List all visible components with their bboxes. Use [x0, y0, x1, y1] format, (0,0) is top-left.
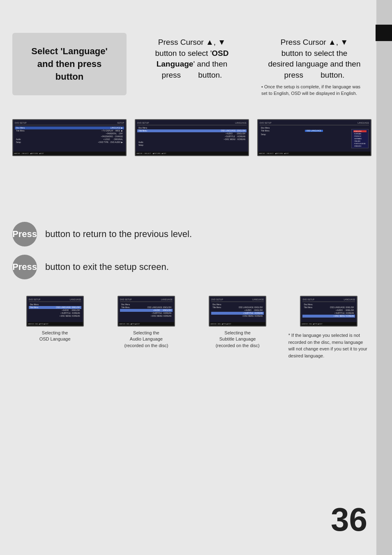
- step2-text: Press Cursor ▲, ▼button to select 'OSDLa…: [139, 37, 245, 81]
- caption-subtitle: Selecting theSubtitle Language(recorded …: [216, 330, 260, 349]
- lang-list-screen: DVD SETUP LANGUAGE Disc Menu Title Menu …: [257, 119, 371, 156]
- bs-row-disc-sub: Disc Menu: [211, 303, 264, 306]
- screen2-container: DVD SETUP LANGUAGE Disc Menu Title MenuO…: [135, 119, 249, 156]
- lang-opt-italian: ITALIAN: [353, 140, 367, 142]
- screen1-container: DVD SETUP SETUP Disc MenuLANGUAGE ▶ Titl…: [12, 119, 127, 156]
- lang-opt-french: FRENCH: [353, 135, 367, 137]
- step2-content: Press Cursor ▲, ▼button to select 'OSDLa…: [135, 33, 249, 90]
- bs-row-audio-sub: • AUDIO : ENGLISH: [211, 309, 264, 312]
- bs-header-sub: DVD SETUP LANGUAGE: [211, 298, 264, 302]
- lang-opt-spanish: SPANISH: [353, 145, 367, 147]
- bs-row-disc2-sub: • DISC MENU: KOREAN: [211, 315, 264, 318]
- bs-row-disc2-hl: • DISC MENU: KOREAN: [302, 315, 355, 318]
- step3-box: Press Cursor ▲, ▼button to select thedes…: [257, 33, 371, 101]
- step1-text: Select 'Language'and then pressbutton: [31, 45, 107, 83]
- press-exit-text: button to exit the setup screen.: [45, 262, 169, 272]
- bs-bar-disc: ⊕MOVE □SEL ◀RTN ■EXIT: [301, 322, 357, 326]
- bs-row-disc2-audio: • DISC MENU: KOREAN: [120, 315, 173, 318]
- bs-row-audio-hl: • AUDIO : ENGLISH: [120, 309, 173, 312]
- bottom-screen-subtitle: DVD SETUP LANGUAGE Disc Menu Title MenuO…: [209, 296, 266, 327]
- bottom-bar-2: ⊕MOVE □SELECT ◀RETURN ■EXIT: [136, 152, 248, 155]
- lang-opt-german: GERMAN: [353, 138, 367, 140]
- bs-row-sub-osd: • SUBTITLE : KOREAN: [29, 312, 81, 315]
- bottom-note: * If the language you selected is not re…: [286, 330, 371, 361]
- osd-row-sub: • SUBTITLE : KOREAN: [137, 135, 247, 138]
- press-exit-label: Press: [12, 262, 37, 272]
- bottom-col-subtitle: DVD SETUP LANGUAGE Disc Menu Title MenuO…: [195, 296, 280, 349]
- top-section: Select 'Language'and then pressbutton Pr…: [12, 33, 371, 101]
- press-return-circle: Press: [12, 222, 37, 246]
- bs-bar-sub: ⊕MOVE □SEL ◀RTN ■EXIT: [210, 322, 265, 326]
- step3-content: Press Cursor ▲, ▼button to select thedes…: [257, 33, 371, 101]
- bottom-screen-audio: DVD SETUP LANGUAGE Disc Menu Title MenuO…: [118, 296, 175, 327]
- bs-row-osd-disc: Title MenuOSD LANGUAGE: ENGLISH: [302, 306, 355, 309]
- press-exit-circle: Press: [12, 255, 37, 279]
- lang-label-2: LANGUAGE: [235, 122, 247, 124]
- right-sidebar: [376, 0, 392, 555]
- bottom-col-osd: DVD SETUP LANGUAGE Disc Menu Title MenuO…: [12, 296, 97, 343]
- bs-row-sub-disc: • SUBTITLE : KOREAN: [302, 312, 355, 315]
- bs-row-disc-disc: Disc Menu: [302, 303, 355, 306]
- page-number: 36: [331, 501, 367, 539]
- dvd-label-2: DVD SETUP: [137, 122, 149, 124]
- menu-row-par: • PARENTAL : OFF: [15, 132, 124, 135]
- setup-label-1: SETUP: [117, 122, 124, 124]
- bs-bar-osd: ⊕MOVE □SEL ◀RTN ■EXIT: [27, 322, 83, 326]
- setup-screen: DVD SETUP SETUP Disc MenuLANGUAGE ▶ Titl…: [12, 119, 127, 156]
- bottom-section: DVD SETUP LANGUAGE Disc Menu Title MenuO…: [12, 296, 371, 361]
- bs-row-disc-osd: Disc Menu: [29, 303, 81, 306]
- top-right-bar: [376, 25, 392, 41]
- press-return-row: Press button to return to the previous l…: [12, 222, 371, 246]
- caption-osd: Selecting theOSD Language: [39, 330, 71, 343]
- screen-header-1: DVD SETUP SETUP: [15, 122, 124, 125]
- press-return-text: button to return to the previous level.: [45, 229, 192, 240]
- bs-header-osd: DVD SETUP LANGUAGE: [29, 298, 81, 302]
- lang-label-3: LANGUAGE: [357, 122, 369, 124]
- osd-row-disc2: • DISC MENU : KOREAN: [137, 138, 247, 141]
- screen-header-2: DVD SETUP LANGUAGE: [137, 122, 247, 125]
- screen3-container: DVD SETUP LANGUAGE Disc Menu Title Menu …: [257, 119, 371, 156]
- step1-content: Select 'Language'and then pressbutton: [12, 33, 127, 95]
- bs-row-osd-sub: Title MenuOSD LANGUAGE: ENGLISH: [211, 306, 264, 309]
- caption-audio: Selecting theAudio Language(recorded on …: [124, 330, 168, 349]
- screen-header-3: DVD SETUP LANGUAGE: [260, 122, 369, 125]
- step1-box: Select 'Language'and then pressbutton: [12, 33, 127, 95]
- dvd-label-3: DVD SETUP: [260, 122, 272, 124]
- bs-row-osd-audio: Title MenuOSD LANGUAGE: ENGLISH: [120, 306, 173, 309]
- osd-row-audio2: Audio: [137, 141, 247, 144]
- bs-row-audio-disc: • AUDIO : ENGLISH: [302, 309, 355, 312]
- screens-row: DVD SETUP SETUP Disc MenuLANGUAGE ▶ Titl…: [12, 119, 371, 156]
- bs-row-audio-osd: • AUDIO : ENGLISH: [29, 309, 81, 312]
- lang-opt-portuguese: PORTUGUESE: [353, 143, 367, 145]
- osd-screen: DVD SETUP LANGUAGE Disc Menu Title MenuO…: [135, 119, 249, 156]
- press-exit-row: Press button to exit the setup screen.: [12, 255, 371, 279]
- bottom-col-audio: DVD SETUP LANGUAGE Disc Menu Title MenuO…: [104, 296, 189, 349]
- lang-opt-english: ENGLISH: [353, 130, 367, 132]
- bottom-screen-osd: DVD SETUP LANGUAGE Disc Menu Title MenuO…: [26, 296, 84, 327]
- osd-row-osd: Title MenuOSD LANGUAGE : ENGLISH: [137, 129, 247, 132]
- bs-row-sub-audio: • SUBTITLE : KOREAN: [120, 312, 173, 315]
- middle-section: Press button to return to the previous l…: [12, 222, 371, 288]
- osd-row-setup: Setup: [137, 144, 247, 147]
- bottom-bar-3: ⊕MOVE □SELECT ◀RETURN ■EXIT: [258, 152, 371, 155]
- menu-row-audio: Audio• LOGO : ORIGINAL: [15, 138, 124, 141]
- lang-opt-korean: KOREAN: [353, 133, 367, 135]
- menu-row-tv: Title Menu• TV DISPLAY : WIDE ▶: [15, 129, 124, 132]
- step3-note: • Once the setup is complete, if the lan…: [261, 84, 367, 97]
- bs-row-disc2-osd: • DISC MENU: KOREAN: [29, 315, 81, 318]
- bs-row-sub-hl: • SUBTITLE : KOREAN: [211, 312, 264, 315]
- bs-row-osd: Title MenuOSD LANGUAGE: ENGLISH: [29, 306, 81, 309]
- bottom-col-note: DVD SETUP LANGUAGE Disc Menu Title MenuO…: [286, 296, 371, 361]
- language-options-panel: ENGLISH KOREAN FRENCH GERMAN ITALIAN POR…: [351, 129, 369, 148]
- bs-bar-audio: ⊕MOVE □SEL ◀RTN ■EXIT: [118, 322, 174, 326]
- page-container: Select 'Language'and then pressbutton Pr…: [0, 0, 392, 555]
- bs-header-audio: DVD SETUP LANGUAGE: [120, 298, 173, 302]
- step3-text: Press Cursor ▲, ▼button to select thedes…: [261, 37, 367, 81]
- press-return-label: Press: [12, 229, 37, 240]
- bs-row-disc-audio: Disc Menu: [120, 303, 173, 306]
- bottom-bar-1: ⊕MOVE □SELECT ◀RETURN ■EXIT: [13, 152, 126, 155]
- osd-row-audio: • AUDIO : ENGLISH: [137, 132, 247, 135]
- osd-row-disc: Disc Menu: [137, 127, 247, 129]
- bs-header-disc: DVD SETUP LANGUAGE: [302, 298, 355, 302]
- menu-row-setup: Setup• DVD TYPE : DVD AUDIO ▶: [15, 141, 124, 144]
